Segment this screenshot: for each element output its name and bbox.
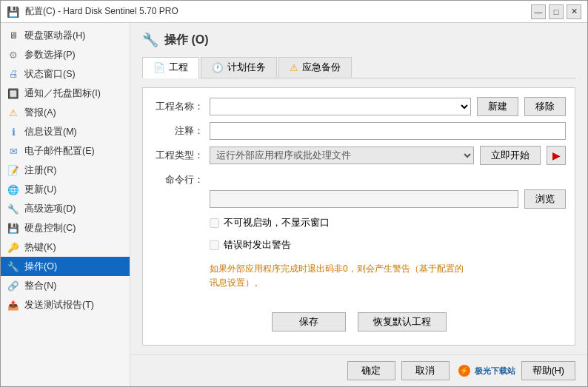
project-name-row: 工程名称： 新建 移除	[152, 97, 566, 116]
dialog-buttons: 确定 取消 ⚡ 极光下载站 帮助(H)	[130, 354, 587, 386]
info-text: 如果外部应用程序完成时退出码非0，则会产生警告（基于配置的讯息设置）。	[210, 263, 464, 288]
sidebar-item-params[interactable]: ⚙ 参数选择(P)	[1, 45, 130, 64]
sidebar-item-label: 参数选择(P)	[24, 49, 76, 61]
titlebar-controls: — □ ✕	[531, 4, 581, 19]
merge-icon: 🔗	[7, 279, 20, 292]
project-type-label: 工程类型：	[152, 149, 204, 162]
sidebar-item-hotkey[interactable]: 🔑 热键(K)	[1, 238, 130, 257]
hot-icon: 🔑	[7, 240, 20, 254]
checkbox2-row: 错误时发出警告	[210, 237, 566, 253]
sidebar-item-label: 电子邮件配置(E)	[24, 145, 95, 158]
project-type-select[interactable]: 运行外部应用程序或批处理文件	[210, 147, 474, 164]
help-button[interactable]: 帮助(H)	[521, 361, 575, 380]
tab-emergency-label: 应急备份	[302, 61, 341, 74]
command-label: 命令行：	[152, 174, 204, 186]
project-name-select[interactable]	[210, 98, 471, 115]
ok-button[interactable]: 确定	[347, 361, 395, 380]
sidebar-item-hdd-control[interactable]: 💾 硬盘控制(C)	[1, 218, 130, 238]
email-icon: ✉	[7, 144, 20, 158]
tab-emergency[interactable]: ⚠ 应急备份	[278, 57, 352, 78]
tabs-bar: 📄 工程 🕐 计划任务 ⚠ 应急备份	[142, 57, 575, 78]
sidebar-item-update[interactable]: 🌐 更新(U)	[1, 180, 130, 199]
checkbox2-label: 错误时发出警告	[224, 238, 291, 252]
checkbox-error-warn[interactable]	[210, 240, 219, 250]
titlebar-left: 💾 配置(C) - Hard Disk Sentinel 5.70 PRO	[7, 5, 178, 18]
sidebar-item-send-report[interactable]: 📤 发送测试报告(T)	[1, 295, 130, 314]
new-button[interactable]: 新建	[477, 97, 518, 116]
sidebar-item-merge[interactable]: 🔗 整合(N)	[1, 276, 130, 295]
sidebar-item-label: 高级选项(D)	[24, 203, 76, 215]
main-window: 💾 配置(C) - Hard Disk Sentinel 5.70 PRO — …	[0, 0, 588, 387]
sidebar-item-register[interactable]: 📝 注册(R)	[1, 161, 130, 180]
command-input[interactable]	[210, 190, 518, 208]
tray-icon: 🔲	[7, 87, 20, 100]
start-button[interactable]: 立即开始	[480, 146, 541, 165]
info-icon: ℹ	[7, 125, 20, 138]
app-icon: 💾	[7, 6, 19, 18]
adv-icon: 🔧	[7, 202, 20, 215]
save-button[interactable]: 保存	[272, 312, 346, 332]
close-button[interactable]: ✕	[567, 4, 581, 19]
browse-button[interactable]: 浏览	[524, 189, 566, 209]
start-icon-button[interactable]: ▶	[547, 146, 566, 165]
sidebar-item-operation[interactable]: 🔧 操作(O)	[1, 257, 130, 276]
tab-schedule-label: 计划任务	[227, 61, 266, 74]
sidebar-item-advanced[interactable]: 🔧 高级选项(D)	[1, 199, 130, 218]
globe-icon: 🌐	[7, 183, 20, 196]
hdd2-icon: 💾	[7, 221, 20, 235]
run-icon: ▶	[552, 149, 561, 161]
sidebar-item-label: 硬盘驱动器(H)	[24, 30, 85, 42]
section-header: 🔧 操作 (O)	[142, 32, 575, 48]
command-section: 命令行： 浏览	[152, 174, 566, 209]
sidebar-item-label: 信息设置(M)	[24, 126, 77, 138]
note-row: 注释：	[152, 122, 566, 140]
tab-schedule[interactable]: 🕐 计划任务	[201, 57, 277, 78]
sidebar-item-tray-icon[interactable]: 🔲 通知／托盘图标(I)	[1, 84, 130, 103]
maximize-button[interactable]: □	[549, 4, 564, 19]
content-wrapper: 🔧 操作 (O) 📄 工程 🕐 计划任务 ⚠ 应急备份	[130, 23, 587, 386]
jiguang-logo: ⚡ 极光下载站	[458, 365, 515, 377]
note-input[interactable]	[210, 122, 566, 140]
tab-emergency-icon: ⚠	[290, 62, 298, 73]
jiguang-icon: ⚡	[458, 365, 470, 377]
section-title: 操作 (O)	[164, 33, 209, 48]
sidebar-item-label: 硬盘控制(C)	[24, 222, 76, 235]
sidebar-item-label: 热键(K)	[24, 241, 56, 254]
sidebar-item-label: 整合(N)	[24, 280, 56, 292]
sidebar-item-email-config[interactable]: ✉ 电子邮件配置(E)	[1, 141, 130, 161]
section-icon: 🔧	[142, 32, 158, 48]
send-icon: 📤	[7, 298, 20, 312]
checkbox1-label: 不可视启动，不显示窗口	[224, 216, 330, 229]
note-label: 注释：	[152, 125, 204, 138]
sidebar-item-label: 发送测试报告(T)	[24, 299, 94, 312]
info-text-block: 如果外部应用程序完成时退出码非0，则会产生警告（基于配置的讯息设置）。	[210, 259, 566, 293]
sidebar-item-info-settings[interactable]: ℹ 信息设置(M)	[1, 122, 130, 141]
sidebar-item-status-window[interactable]: 🖨 状态窗口(S)	[1, 64, 130, 84]
content-area: 🔧 操作 (O) 📄 工程 🕐 计划任务 ⚠ 应急备份	[130, 23, 587, 354]
project-name-label: 工程名称：	[152, 101, 204, 113]
jiguang-text: 极光下载站	[475, 366, 515, 377]
tab-project[interactable]: 📄 工程	[142, 57, 199, 78]
monitor-icon: 🖨	[7, 67, 20, 81]
sidebar: 🖥 硬盘驱动器(H) ⚙ 参数选择(P) 🖨 状态窗口(S) 🔲 通知／托盘图标…	[1, 23, 130, 386]
sidebar-item-label: 更新(U)	[24, 184, 56, 196]
tab-project-label: 工程	[169, 61, 188, 74]
sidebar-item-hdd-driver[interactable]: 🖥 硬盘驱动器(H)	[1, 26, 130, 45]
warn-icon: ⚠	[7, 106, 20, 119]
hdd-icon: 🖥	[7, 29, 20, 42]
command-label-row: 命令行：	[152, 174, 566, 186]
checkbox-no-window[interactable]	[210, 218, 219, 228]
sidebar-item-label: 注册(R)	[24, 164, 56, 177]
minimize-button[interactable]: —	[531, 4, 546, 19]
gear-icon: ⚙	[7, 48, 20, 61]
remove-button[interactable]: 移除	[524, 97, 566, 116]
sidebar-item-label: 操作(O)	[24, 260, 57, 273]
sidebar-item-label: 状态窗口(S)	[24, 68, 76, 81]
tab-schedule-icon: 🕐	[212, 62, 224, 73]
tab-project-icon: 📄	[153, 62, 165, 73]
cancel-button[interactable]: 取消	[401, 361, 450, 380]
restore-default-button[interactable]: 恢复默认工程	[358, 312, 447, 332]
sidebar-item-alert[interactable]: ⚠ 警报(A)	[1, 103, 130, 122]
checkbox1-row: 不可视启动，不显示窗口	[210, 215, 566, 231]
form-area: 工程名称： 新建 移除 注释： 工程类型：	[142, 87, 575, 346]
